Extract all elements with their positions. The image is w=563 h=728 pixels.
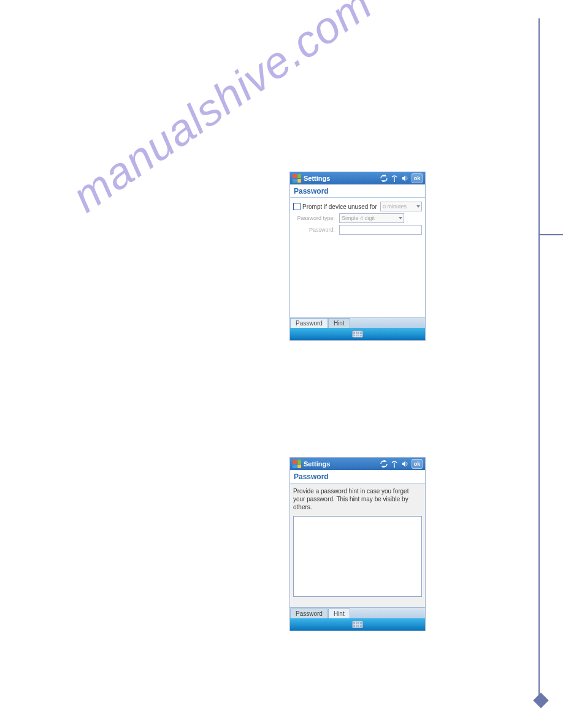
titlebar-icons: ok xyxy=(380,459,423,469)
prompt-row: Prompt if device unused for 0 minutes xyxy=(293,202,422,211)
bottom-bar xyxy=(290,618,425,631)
timeout-value: 0 minutes xyxy=(383,203,407,210)
tab-hint[interactable]: Hint xyxy=(328,318,350,328)
tab-bar: Password Hint xyxy=(290,607,425,618)
svg-point-1 xyxy=(394,466,395,468)
type-value: Simple 4 digit xyxy=(342,215,375,221)
section-header: Password xyxy=(290,470,425,483)
titlebar-label: Settings xyxy=(304,460,378,468)
chevron-down-icon xyxy=(399,217,402,219)
tab-bar: Password Hint xyxy=(290,317,425,328)
signal-icon[interactable] xyxy=(391,175,398,182)
signal-icon[interactable] xyxy=(391,460,398,468)
type-label: Password type: xyxy=(293,215,337,221)
tab-password[interactable]: Password xyxy=(290,318,328,328)
timeout-dropdown[interactable]: 0 minutes xyxy=(380,202,422,211)
keyboard-icon[interactable] xyxy=(352,621,363,628)
password-input[interactable] xyxy=(339,225,422,235)
password-row: Password: xyxy=(293,225,422,235)
hint-form: Provide a password hint in case you forg… xyxy=(290,483,425,607)
chevron-down-icon xyxy=(416,205,420,208)
hint-instruction: Provide a password hint in case you forg… xyxy=(293,487,422,511)
prompt-label: Prompt if device unused for xyxy=(302,203,378,210)
volume-icon[interactable] xyxy=(401,175,408,182)
start-icon[interactable] xyxy=(293,460,301,468)
titlebar-icons: ok xyxy=(380,173,423,183)
volume-icon[interactable] xyxy=(401,460,408,468)
start-icon[interactable] xyxy=(293,174,301,183)
sync-icon[interactable] xyxy=(380,460,388,468)
sync-icon[interactable] xyxy=(380,175,388,182)
hint-textarea[interactable] xyxy=(293,516,422,597)
titlebar-label: Settings xyxy=(304,175,378,182)
tab-hint[interactable]: Hint xyxy=(328,609,350,618)
password-label: Password: xyxy=(293,227,337,233)
type-dropdown[interactable]: Simple 4 digit xyxy=(339,213,404,223)
section-header: Password xyxy=(290,184,425,198)
spacer xyxy=(290,261,425,317)
prompt-checkbox[interactable] xyxy=(293,203,301,210)
keyboard-icon[interactable] xyxy=(352,330,363,338)
titlebar: Settings ok xyxy=(290,172,425,184)
svg-point-0 xyxy=(394,181,395,182)
ok-button[interactable]: ok xyxy=(412,459,423,469)
page-border-right xyxy=(538,18,540,702)
password-form: Prompt if device unused for 0 minutes Pa… xyxy=(290,198,425,261)
settings-password-screenshot-1: Settings ok Password Prompt if device un… xyxy=(289,172,426,341)
type-row: Password type: Simple 4 digit xyxy=(293,213,422,223)
tab-password[interactable]: Password xyxy=(290,609,328,618)
bottom-bar xyxy=(290,328,425,340)
page-diamond-icon xyxy=(533,692,548,708)
titlebar: Settings ok xyxy=(290,458,425,470)
ok-button[interactable]: ok xyxy=(412,173,423,183)
settings-password-screenshot-2: Settings ok Password Provide a password … xyxy=(289,457,426,631)
page-border-tick xyxy=(538,234,563,235)
